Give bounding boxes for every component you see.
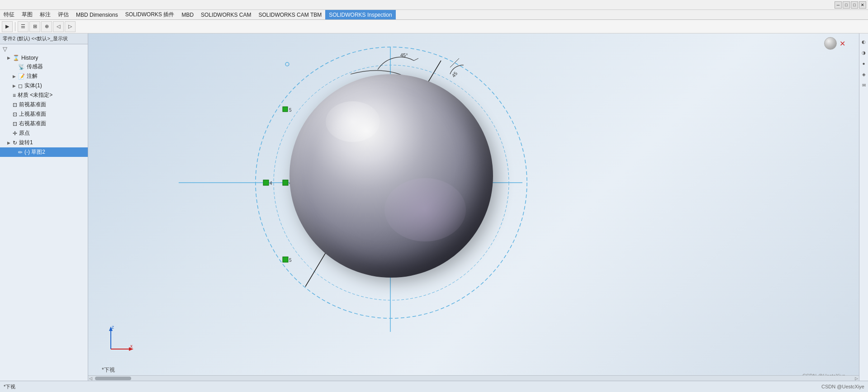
constraint-sq-2 <box>283 107 288 112</box>
scroll-right-button[interactable]: ▷ <box>854 376 859 381</box>
tree-item-material[interactable]: ≡ 材质 <未指定> <box>0 90 88 100</box>
filter-icon[interactable]: ▽ <box>0 44 88 54</box>
menu-sw-inspection[interactable]: SOLIDWORKS Inspection <box>325 10 395 19</box>
rs-icon-5[interactable]: ✉ <box>860 81 868 89</box>
tree-item-origin[interactable]: ✛ 原点 <box>0 128 88 138</box>
menu-mbd[interactable]: MBD <box>178 10 197 19</box>
label-5-left: 5 <box>289 108 292 113</box>
toolbar-list-button[interactable]: ☰ <box>18 21 28 32</box>
tree-label-origin: 原点 <box>19 129 30 137</box>
toolbar-crosshair-button[interactable]: ⊕ <box>41 21 52 32</box>
dim-text-45-top: 45° <box>400 52 408 58</box>
tree-item-revolve1[interactable]: ▶ ↻ 旋转1 <box>0 138 88 147</box>
mini-sphere-icon[interactable] <box>824 37 837 50</box>
toolbar: ▶ ☰ ⊞ ⊕ ◁ ▷ 🔍 🔍 ⊞ 📷 🎯 ◆ ◐ ◈ 🖥 ⋯ <box>0 20 868 33</box>
constraint-left-2 <box>283 180 288 185</box>
menu-sw-addins[interactable]: SOLIDWORKS 插件 <box>122 10 178 19</box>
arrow-icon: ▶ <box>7 56 13 60</box>
toolbar-separator-1 <box>15 22 15 31</box>
3d-sphere <box>289 74 493 278</box>
arrow-icon: ▶ <box>13 84 18 88</box>
arrow-icon: ▶ <box>7 141 13 145</box>
tree-item-right-plane[interactable]: ⊡ 右视基准面 <box>0 119 88 128</box>
sensor-icon: 📡 <box>18 64 25 70</box>
menubar: 特征 草图 标注 评估 MBD Dimensions SOLIDWORKS 插件… <box>0 10 868 20</box>
sidebar-header: 零件2 (默认) <<默认>_显示状 <box>0 33 88 44</box>
titlebar: ─ □ □ ✕ <box>0 0 868 10</box>
small-line-upper <box>450 58 459 67</box>
watermark-status: CSDN @UestcXiye <box>821 384 864 389</box>
restore-button[interactable]: □ <box>843 1 850 9</box>
menu-annotation[interactable]: 标注 <box>36 10 54 19</box>
svg-text:z: z <box>112 325 114 330</box>
plane-icon: ⊡ <box>13 102 17 108</box>
solid-icon: ◻ <box>18 83 23 89</box>
tree-item-annotations[interactable]: ▶ 📝 注解 <box>0 71 88 81</box>
sidebar: 零件2 (默认) <<默认>_显示状 ▽ ▶ ⌛ History 📡 传感器 ▶… <box>0 33 88 381</box>
tree-label-revolve1: 旋转1 <box>19 139 33 146</box>
menu-features[interactable]: 特征 <box>0 10 18 19</box>
tree-label-sensors: 传感器 <box>27 63 43 71</box>
tree-item-sensors[interactable]: 📡 传感器 <box>0 62 88 71</box>
statusbar-left: *下视 <box>4 383 821 390</box>
menu-sw-cam-tbm[interactable]: SOLIDWORKS CAM TBM <box>255 10 325 19</box>
history-icon: ⌛ <box>13 55 19 61</box>
rs-icon-4[interactable]: ◈ <box>860 71 868 78</box>
menu-mbd-dimensions[interactable]: MBD Dimensions <box>72 10 122 19</box>
tree-label-history: History <box>21 55 38 61</box>
menu-sketch[interactable]: 草图 <box>18 10 36 19</box>
tree-label-annotations: 注解 <box>27 72 38 80</box>
construction-point-top <box>285 62 289 66</box>
sketch-icon: ✏ <box>18 149 23 156</box>
titlebar-controls: ─ □ □ ✕ <box>835 1 866 9</box>
tree-item-front-plane[interactable]: ⊡ 前视基准面 <box>0 100 88 109</box>
arc-45-right <box>450 65 464 74</box>
maximize-button[interactable]: □ <box>851 1 858 9</box>
tree-label-right-plane: 右视基准面 <box>19 120 46 128</box>
annotation-icon: 📝 <box>18 73 25 80</box>
dim-text-45-right: 45 <box>451 71 458 78</box>
tree-label-solid: 实体(1) <box>24 82 42 90</box>
tree-label-material: 材质 <未指定> <box>18 91 52 99</box>
plane-icon: ⊡ <box>13 121 17 127</box>
tree-item-sketch2[interactable]: ✏ (-) 草图2 <box>0 147 88 157</box>
view-label-status: *下视 <box>4 383 15 390</box>
menu-evaluate[interactable]: 评估 <box>54 10 72 19</box>
right-side-icons: ◐ ◑ ● ◈ ✉ <box>859 33 868 381</box>
close-preview-button[interactable]: ✕ <box>840 39 845 48</box>
material-icon: ≡ <box>13 92 16 99</box>
scroll-thumb[interactable] <box>95 377 131 380</box>
rs-icon-3[interactable]: ● <box>860 60 868 67</box>
statusbar: *下视 CSDN @UestcXiye <box>0 381 868 392</box>
toolbar-play-button[interactable]: ▶ <box>2 21 13 32</box>
statusbar-right: CSDN @UestcXiye <box>821 384 864 389</box>
arc-45deg <box>378 57 414 70</box>
toolbar-next-button[interactable]: ▷ <box>65 21 76 32</box>
view-label-text: *下视 <box>102 367 115 373</box>
arrow-icon: ▶ <box>13 74 18 79</box>
rs-icon-1[interactable]: ◐ <box>860 38 868 45</box>
label-4-left1: 4 <box>270 181 272 186</box>
tree-item-solid[interactable]: ▶ ◻ 实体(1) <box>0 81 88 90</box>
svg-text:x: x <box>130 344 133 349</box>
horizontal-scrollbar[interactable]: ◁ ▷ <box>88 375 859 381</box>
constraint-left-1 <box>263 180 269 185</box>
tree-label-front-plane: 前视基准面 <box>19 101 46 109</box>
minimize-button[interactable]: ─ <box>835 1 842 9</box>
toolbar-grid-button[interactable]: ⊞ <box>29 21 40 32</box>
rs-icon-2[interactable]: ◑ <box>860 49 868 56</box>
view-label: *下视 <box>102 366 115 374</box>
top-right-icons: ✕ <box>824 37 845 50</box>
menu-sw-cam[interactable]: SOLIDWORKS CAM <box>197 10 255 19</box>
tree-label-sketch2: (-) 草图2 <box>24 148 45 156</box>
scroll-left-button[interactable]: ◁ <box>88 376 93 381</box>
revolve-icon: ↻ <box>13 140 17 146</box>
tree-item-top-plane[interactable]: ⊡ 上视基准面 <box>0 109 88 119</box>
dim-arrow-45 <box>414 58 418 61</box>
toolbar-prev-button[interactable]: ◁ <box>53 21 64 32</box>
tree-item-history[interactable]: ▶ ⌛ History <box>0 54 88 62</box>
sphere-highlight-2 <box>384 178 466 241</box>
plane-icon: ⊡ <box>13 111 17 118</box>
part-name-label: 零件2 (默认) <<默认>_显示状 <box>3 36 68 41</box>
close-button[interactable]: ✕ <box>859 1 866 9</box>
